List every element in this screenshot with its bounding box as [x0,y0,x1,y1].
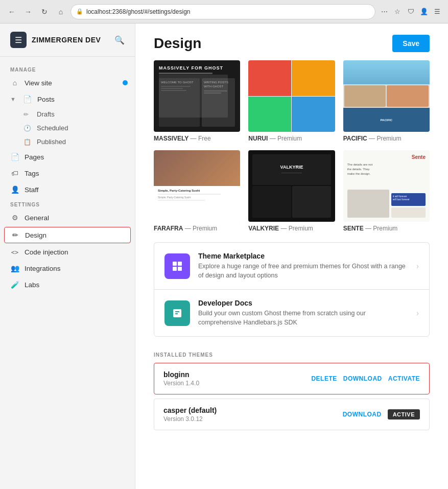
app-container: ☰ ZIMMERGREN DEV 🔍 MANAGE ⌂ View site ▼ … [0,24,448,489]
sidebar-label-pages: Pages [25,153,44,161]
sidebar-item-integrations[interactable]: 👥 Integrations [0,260,135,276]
svg-rect-0 [173,262,177,266]
bloginn-activate-link[interactable]: ACTIVATE [388,375,420,382]
bloginn-download-link[interactable]: DOWNLOAD [343,375,382,382]
marketplace-chevron: › [416,262,419,271]
gear-icon: ⚙ [10,214,19,222]
sidebar-item-drafts[interactable]: ✏ Drafts [0,107,135,121]
security-icon: 🔒 [76,8,83,15]
sidebar-label-posts: Posts [37,96,55,103]
drafts-icon: ✏ [23,111,32,118]
manage-label: MANAGE [0,63,135,75]
promo-cards-section: Theme Marketplace Explore a huge range o… [135,242,448,347]
theme-label-sente: SENTE — Premium [343,225,430,232]
bloginn-name: bloginn [163,370,199,379]
sidebar-item-view-site[interactable]: ⌂ View site [0,75,135,91]
sidebar-label-code-injection: Code injection [25,248,68,256]
sidebar-item-design[interactable]: ✏ Design [4,227,131,243]
bloginn-delete-link[interactable]: DELETE [311,375,337,382]
code-icon: <> [10,249,19,256]
marketplace-title: Theme Marketplace [198,252,408,260]
profile-icon[interactable]: 👤 [418,6,430,17]
theme-card-pacific[interactable]: PACIFIC PACIFIC — Premium [343,60,430,142]
theme-label-farafra: FARAFRA — Premium [154,225,240,232]
installed-themes-section: INSTALLED THEMES bloginn Version 1.4.0 D… [135,347,448,445]
promo-card-marketplace[interactable]: Theme Marketplace Explore a huge range o… [154,242,430,289]
sidebar-label-labs: Labs [25,281,39,289]
developer-docs-icon [164,300,190,326]
extensions-icon[interactable]: ⋯ [379,6,390,17]
installed-themes-label: INSTALLED THEMES [154,352,430,358]
developer-docs-chevron: › [416,309,419,318]
page-title: Design [154,35,201,52]
marketplace-desc: Explore a huge range of free and premium… [198,262,408,280]
theme-card-massively[interactable]: MASSIVELY FOR GHOST WELCOME TO GHOST WRI… [154,60,240,142]
staff-icon: 👤 [10,185,19,194]
labs-icon: 🧪 [10,281,19,289]
sidebar-item-code-injection[interactable]: <> Code injection [0,244,135,260]
theme-thumbnail-sente: Sente The details are not the details. T… [343,150,430,222]
developer-docs-desc: Build your own custom Ghost theme from s… [198,309,408,327]
theme-thumbnail-pacific: PACIFIC [343,60,430,132]
theme-label-pacific: PACIFIC — Premium [343,135,430,142]
theme-card-valkyrie[interactable]: VALKYRIE VALKYRIE — Premium [248,150,335,232]
theme-thumbnail-nurui [248,60,335,132]
sidebar-label-published: Published [37,138,66,146]
sidebar-label-staff: Staff [25,186,39,194]
bloginn-info: bloginn Version 1.4.0 [163,370,199,387]
refresh-button[interactable]: ↻ [38,5,51,18]
casper-actions: DOWNLOAD ACTIVE [343,409,420,420]
forward-button[interactable]: → [21,5,35,18]
sidebar-item-staff[interactable]: 👤 Staff [0,181,135,198]
theme-card-farafra[interactable]: Simple, Party-Catering Sushi Simple, Par… [154,150,240,232]
sidebar-item-published[interactable]: 📋 Published [0,135,135,149]
sidebar-item-tags[interactable]: 🏷 Tags [0,165,135,181]
sidebar-label-general: General [25,214,49,222]
site-name: ZIMMERGREN DEV [32,36,101,44]
settings-label: SETTINGS [0,198,135,209]
save-button[interactable]: Save [392,35,430,52]
home-icon: ⌂ [10,79,19,87]
collapse-icon: ▼ [10,96,16,102]
sidebar-header: ☰ ZIMMERGREN DEV 🔍 [0,24,135,57]
theme-thumbnail-massively: MASSIVELY FOR GHOST WELCOME TO GHOST WRI… [154,60,240,132]
casper-version: Version 3.0.12 [163,415,217,423]
address-bar[interactable]: 🔒 localhost:2368/ghost/#/settings/design [70,4,375,19]
theme-row-bloginn: bloginn Version 1.4.0 DELETE DOWNLOAD AC… [154,363,430,394]
sidebar-item-scheduled[interactable]: 🕐 Scheduled [0,121,135,135]
promo-card-developer-docs[interactable]: Developer Docs Build your own custom Gho… [154,289,430,337]
sidebar-item-labs[interactable]: 🧪 Labs [0,276,135,293]
sidebar-logo: ☰ [10,32,27,48]
bloginn-actions: DELETE DOWNLOAD ACTIVATE [311,375,420,382]
main-content: Design Save MASSIVELY FOR GHOST WELCOME … [135,24,448,489]
sidebar-item-posts[interactable]: ▼ 📄 Posts [0,91,135,107]
bookmark-icon[interactable]: ☆ [392,6,403,17]
sidebar-label-integrations: Integrations [25,265,61,272]
back-button[interactable]: ← [5,5,18,18]
sidebar-item-pages[interactable]: 📄 Pages [0,149,135,165]
sidebar-label-design: Design [25,231,46,239]
casper-info: casper (default) Version 3.0.12 [163,406,217,423]
marketplace-icon [164,253,190,279]
theme-card-nurui[interactable]: NURUI — Premium [248,60,335,142]
menu-icon[interactable]: ☰ [432,6,443,17]
themes-grid: MASSIVELY FOR GHOST WELCOME TO GHOST WRI… [135,60,448,242]
browser-chrome: ← → ↻ ⌂ 🔒 localhost:2368/ghost/#/setting… [0,0,448,24]
theme-label-nurui: NURUI — Premium [248,135,335,142]
main-header: Design Save [135,24,448,60]
shield-icon[interactable]: 🛡 [405,6,416,17]
integrations-icon: 👥 [10,264,19,272]
sidebar-label-scheduled: Scheduled [37,124,68,132]
theme-thumbnail-valkyrie: VALKYRIE [248,150,335,222]
svg-rect-3 [178,267,182,271]
sidebar-item-general[interactable]: ⚙ General [0,209,135,226]
theme-card-sente[interactable]: Sente The details are not the details. T… [343,150,430,232]
casper-download-link[interactable]: DOWNLOAD [343,411,382,418]
casper-active-badge: ACTIVE [388,409,420,420]
sidebar-nav: MANAGE ⌂ View site ▼ 📄 Posts ✏ Drafts 🕐 … [0,57,135,299]
search-button[interactable]: 🔍 [114,35,125,45]
home-button[interactable]: ⌂ [54,5,67,18]
url-text: localhost:2368/ghost/#/settings/design [86,8,190,15]
casper-name: casper (default) [163,406,217,414]
theme-label-valkyrie: VALKYRIE — Premium [248,225,335,232]
